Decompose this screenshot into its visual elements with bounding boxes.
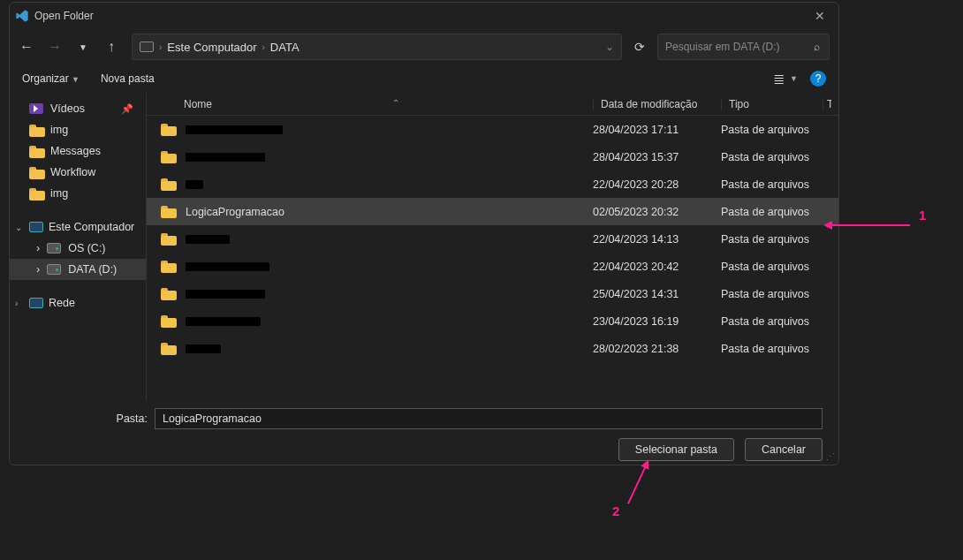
- table-row[interactable]: 23/04/2023 16:19Pasta de arquivos: [147, 307, 838, 335]
- folder-icon: [161, 315, 177, 328]
- sidebar-drive[interactable]: ›OS (C:): [10, 238, 146, 259]
- column-type[interactable]: Tipo: [721, 98, 823, 110]
- navbar: ← → ▼ ↑ › Este Computador › DATA ⌄ ⟳ Pes…: [10, 29, 838, 64]
- breadcrumb[interactable]: › Este Computador › DATA ⌄: [132, 34, 622, 60]
- file-type: Pasta de arquivos: [721, 315, 823, 328]
- pin-icon: 📌: [121, 103, 133, 115]
- sidebar-item[interactable]: Vídeos📌: [10, 98, 146, 119]
- sidebar-item[interactable]: Workflow: [10, 162, 146, 183]
- date-modified: 28/04/2023 15:37: [593, 151, 721, 163]
- close-icon[interactable]: ✕: [807, 9, 833, 23]
- folder-icon: [29, 167, 43, 178]
- redacted-text: [186, 235, 230, 244]
- annotation-1: 1: [919, 208, 926, 223]
- refresh-icon[interactable]: ⟳: [634, 40, 645, 54]
- sidebar-item-label: DATA (D:): [68, 263, 117, 276]
- sidebar-item[interactable]: img: [10, 183, 146, 204]
- sidebar-item[interactable]: img: [10, 119, 146, 140]
- file-type: Pasta de arquivos: [721, 178, 823, 191]
- sidebar-network[interactable]: ›Rede: [10, 292, 146, 314]
- redacted-text: [186, 180, 203, 189]
- sidebar-item-label: Este Computador: [49, 221, 134, 233]
- folder-icon: [29, 188, 43, 199]
- help-icon[interactable]: ?: [810, 71, 826, 87]
- redacted-text: [186, 125, 283, 134]
- file-type: Pasta de arquivos: [721, 151, 823, 163]
- table-row[interactable]: LogicaProgramacao02/05/2023 20:32Pasta d…: [147, 198, 838, 225]
- folder-name: LogicaProgramacao: [186, 206, 284, 218]
- date-modified: 22/04/2023 20:42: [593, 261, 721, 273]
- redacted-text: [186, 290, 265, 299]
- resize-grip-icon[interactable]: ⋰: [826, 451, 835, 461]
- chevron-right-icon: ›: [15, 299, 24, 308]
- breadcrumb-segment[interactable]: Este Computador: [167, 41, 256, 54]
- titlebar: Open Folder ✕: [10, 3, 838, 29]
- drive-icon: [47, 264, 61, 275]
- redacted-text: [186, 153, 265, 162]
- chevron-down-icon[interactable]: ⌄: [605, 41, 614, 53]
- folder-icon: [161, 261, 177, 273]
- toolbar: Organizar ▼ Nova pasta ≣▼ ?: [10, 64, 838, 93]
- sidebar-item-label: Rede: [49, 297, 75, 309]
- search-icon: ⌕: [814, 41, 820, 53]
- new-folder-button[interactable]: Nova pasta: [101, 72, 155, 85]
- table-row[interactable]: 22/04/2023 20:42Pasta de arquivos: [147, 253, 838, 280]
- redacted-text: [186, 344, 221, 353]
- sort-asc-icon: ⌃: [392, 98, 399, 108]
- annotation-2: 2: [612, 503, 619, 518]
- nav-up-icon[interactable]: ↑: [103, 39, 119, 55]
- sidebar-item-label: Vídeos: [50, 102, 85, 115]
- organize-menu[interactable]: Organizar ▼: [22, 72, 80, 85]
- vscode-icon: [15, 9, 29, 23]
- sidebar-computer[interactable]: ⌄Este Computador: [10, 216, 146, 238]
- sidebar-item-label: Workflow: [50, 166, 95, 178]
- column-date[interactable]: Data de modificação: [593, 98, 721, 110]
- column-name[interactable]: Nome⌃: [154, 98, 593, 110]
- window-title: Open Folder: [34, 10, 801, 22]
- network-icon: [29, 298, 43, 308]
- date-modified: 22/04/2023 20:28: [593, 178, 721, 191]
- table-row[interactable]: 25/04/2023 14:31Pasta de arquivos: [147, 280, 838, 307]
- file-type: Pasta de arquivos: [721, 124, 823, 136]
- file-type: Pasta de arquivos: [721, 288, 823, 300]
- file-type: Pasta de arquivos: [721, 343, 823, 355]
- chevron-down-icon: ⌄: [15, 223, 24, 232]
- view-mode-icon[interactable]: ≣▼: [773, 71, 798, 87]
- nav-parent-icon[interactable]: ▼: [75, 42, 91, 52]
- date-modified: 02/05/2023 20:32: [593, 206, 721, 218]
- column-headers: Nome⌃ Data de modificação Tipo T: [147, 93, 838, 116]
- folder-icon: [29, 146, 43, 156]
- nav-back-icon[interactable]: ←: [19, 39, 34, 55]
- folder-name-input[interactable]: [155, 408, 823, 429]
- column-size[interactable]: T: [823, 98, 831, 110]
- computer-icon: [140, 42, 154, 52]
- folder-icon: [161, 288, 177, 300]
- table-row[interactable]: 22/04/2023 20:28Pasta de arquivos: [147, 170, 838, 198]
- sidebar-drive[interactable]: ›DATA (D:): [10, 259, 146, 280]
- nav-forward-icon[interactable]: →: [47, 39, 63, 55]
- sidebar-item[interactable]: Messages: [10, 140, 146, 162]
- date-modified: 28/04/2023 17:11: [593, 124, 721, 136]
- table-row[interactable]: 28/04/2023 15:37Pasta de arquivos: [147, 143, 838, 170]
- table-row[interactable]: 28/04/2023 17:11Pasta de arquivos: [147, 116, 838, 143]
- sidebar-item-label: img: [50, 124, 68, 136]
- folder-label: Pasta:: [22, 412, 148, 425]
- folder-icon: [161, 151, 177, 163]
- table-row[interactable]: 22/04/2023 14:13Pasta de arquivos: [147, 225, 838, 253]
- chevron-right-icon: ›: [36, 242, 40, 254]
- sidebar: Vídeos📌imgMessagesWorkflowimg⌄Este Compu…: [10, 93, 147, 401]
- cancel-button[interactable]: Cancelar: [745, 438, 823, 461]
- breadcrumb-segment[interactable]: DATA: [270, 41, 300, 54]
- sidebar-item-label: Messages: [50, 145, 101, 157]
- folder-icon: [161, 206, 177, 218]
- date-modified: 22/04/2023 14:13: [593, 233, 721, 246]
- file-type: Pasta de arquivos: [721, 233, 823, 246]
- select-folder-button[interactable]: Selecionar pasta: [618, 438, 734, 461]
- annotation-arrow-2: [627, 465, 647, 503]
- search-input[interactable]: Pesquisar em DATA (D:) ⌕: [657, 34, 830, 60]
- redacted-text: [186, 317, 261, 326]
- computer-icon: [29, 222, 43, 232]
- chevron-right-icon: ›: [36, 263, 40, 276]
- date-modified: 23/04/2023 16:19: [593, 315, 721, 328]
- table-row[interactable]: 28/02/2023 21:38Pasta de arquivos: [147, 335, 838, 362]
